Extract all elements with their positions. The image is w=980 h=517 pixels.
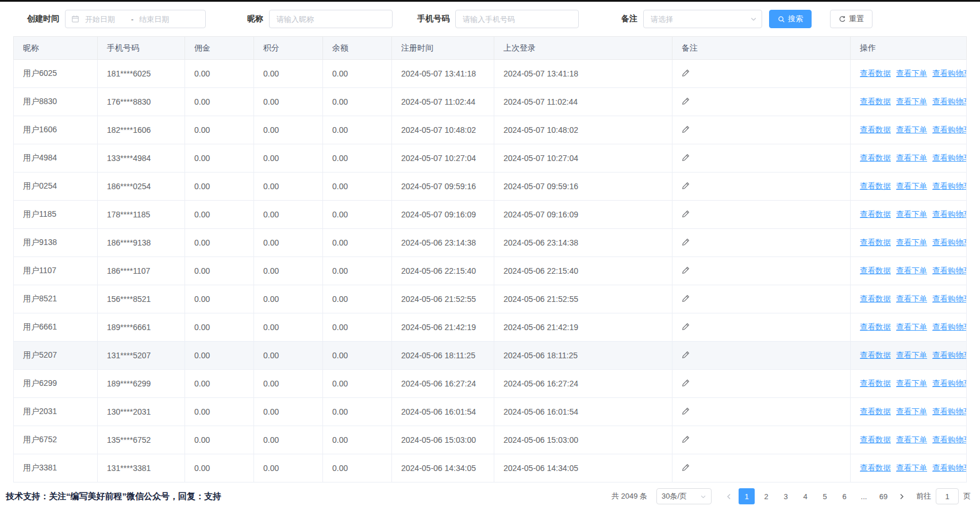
action-link[interactable]: 查看下单 [896,181,927,192]
action-link[interactable]: 查看购物车 [932,125,967,135]
action-link[interactable]: 查看购物车 [932,181,967,192]
action-link[interactable]: 查看购物车 [932,266,967,276]
search-icon [778,16,785,23]
edit-remark-icon[interactable] [682,125,690,133]
action-link[interactable]: 查看数据 [860,97,891,107]
action-link[interactable]: 查看购物车 [932,68,967,79]
page-button-2[interactable]: 2 [758,488,774,504]
edit-remark-icon[interactable] [682,294,690,302]
action-link[interactable]: 查看数据 [860,209,891,220]
action-link[interactable]: 查看下单 [896,125,927,135]
action-link[interactable]: 查看数据 [860,407,891,417]
action-link[interactable]: 查看购物车 [932,238,967,248]
end-date-input[interactable] [138,14,180,24]
remark-select-input[interactable] [643,10,762,28]
action-link[interactable]: 查看购物车 [932,322,967,332]
action-link[interactable]: 查看数据 [860,294,891,304]
pagination-next-button[interactable] [893,488,909,504]
page-button-4[interactable]: 4 [797,488,813,504]
action-link[interactable]: 查看购物车 [932,463,967,473]
action-link[interactable]: 查看下单 [896,68,927,79]
action-link[interactable]: 查看数据 [860,238,891,248]
cell-nickname: 用户1606 [14,116,98,144]
edit-remark-icon[interactable] [682,379,690,387]
action-link[interactable]: 查看下单 [896,350,927,361]
action-link[interactable]: 查看下单 [896,322,927,332]
action-link[interactable]: 查看购物车 [932,209,967,220]
table-row: 用户0254 186****0254 0.00 0.00 0.00 2024-0… [14,173,967,201]
page-size-select[interactable]: 30条/页 [656,488,712,504]
reset-button[interactable]: 重置 [830,10,873,28]
pagination-prev-button[interactable] [721,488,737,504]
cell-balance: 0.00 [323,398,392,426]
cell-actions: 查看数据查看下单查看购物车 [851,370,967,398]
cell-register-time: 2024-05-07 10:27:04 [392,144,494,173]
page-button-1[interactable]: 1 [739,488,755,504]
action-link[interactable]: 查看购物车 [932,407,967,417]
page-button-3[interactable]: 3 [778,488,794,504]
page-button-6[interactable]: 6 [836,488,852,504]
action-link[interactable]: 查看下单 [896,209,927,220]
edit-remark-icon[interactable] [682,69,690,77]
action-link[interactable]: 查看下单 [896,435,927,445]
action-link[interactable]: 查看数据 [860,322,891,332]
action-link[interactable]: 查看数据 [860,435,891,445]
action-link[interactable]: 查看数据 [860,68,891,79]
cell-balance: 0.00 [323,173,392,201]
action-link[interactable]: 查看购物车 [932,378,967,389]
action-link[interactable]: 查看购物车 [932,294,967,304]
table-row: 用户1107 186****1107 0.00 0.00 0.00 2024-0… [14,257,967,285]
edit-remark-icon[interactable] [682,182,690,190]
edit-remark-icon[interactable] [682,351,690,359]
page-button-5[interactable]: 5 [817,488,833,504]
edit-remark-icon[interactable] [682,435,690,443]
pagination-more-button[interactable]: ... [856,488,872,504]
action-link[interactable]: 查看下单 [896,463,927,473]
action-link[interactable]: 查看数据 [860,125,891,135]
action-link[interactable]: 查看数据 [860,463,891,473]
edit-remark-icon[interactable] [682,97,690,105]
action-link[interactable]: 查看下单 [896,97,927,107]
cell-last-login: 2024-05-06 21:52:55 [494,285,672,313]
start-date-input[interactable] [84,14,126,24]
phone-input[interactable] [455,10,579,28]
action-link[interactable]: 查看下单 [896,407,927,417]
action-link[interactable]: 查看下单 [896,266,927,276]
nickname-input[interactable] [269,10,393,28]
table-header-row: 昵称手机号码佣金积分余额注册时间上次登录备注操作 [14,37,967,60]
action-link[interactable]: 查看下单 [896,238,927,248]
action-link[interactable]: 查看购物车 [932,153,967,163]
edit-remark-icon[interactable] [682,407,690,415]
column-header: 备注 [672,37,851,60]
action-link[interactable]: 查看购物车 [932,350,967,361]
action-link[interactable]: 查看数据 [860,266,891,276]
action-link[interactable]: 查看数据 [860,153,891,163]
cell-points: 0.00 [254,173,323,201]
action-link[interactable]: 查看购物车 [932,435,967,445]
action-link[interactable]: 查看数据 [860,350,891,361]
action-link[interactable]: 查看购物车 [932,97,967,107]
cell-balance: 0.00 [323,88,392,116]
edit-remark-icon[interactable] [682,210,690,218]
table-row: 用户4984 133****4984 0.00 0.00 0.00 2024-0… [14,144,967,173]
edit-remark-icon[interactable] [682,238,690,246]
date-range-picker[interactable]: - [65,10,206,28]
table-row: 用户9138 186****9138 0.00 0.00 0.00 2024-0… [14,229,967,257]
search-button[interactable]: 搜索 [769,10,812,28]
action-link[interactable]: 查看下单 [896,378,927,389]
cell-register-time: 2024-05-06 16:01:54 [392,398,494,426]
action-link[interactable]: 查看数据 [860,181,891,192]
table-row: 用户6661 189****6661 0.00 0.00 0.00 2024-0… [14,313,967,342]
edit-remark-icon[interactable] [682,323,690,331]
page-button-69[interactable]: 69 [875,488,891,504]
action-link[interactable]: 查看下单 [896,294,927,304]
action-link[interactable]: 查看下单 [896,153,927,163]
edit-remark-icon[interactable] [682,464,690,472]
cell-actions: 查看数据查看下单查看购物车 [851,116,967,144]
edit-remark-icon[interactable] [682,154,690,162]
goto-page-input[interactable] [936,488,959,504]
action-link[interactable]: 查看数据 [860,378,891,389]
edit-remark-icon[interactable] [682,266,690,274]
remark-select[interactable] [643,10,762,28]
row-actions: 查看数据查看下单查看购物车 [860,153,957,163]
